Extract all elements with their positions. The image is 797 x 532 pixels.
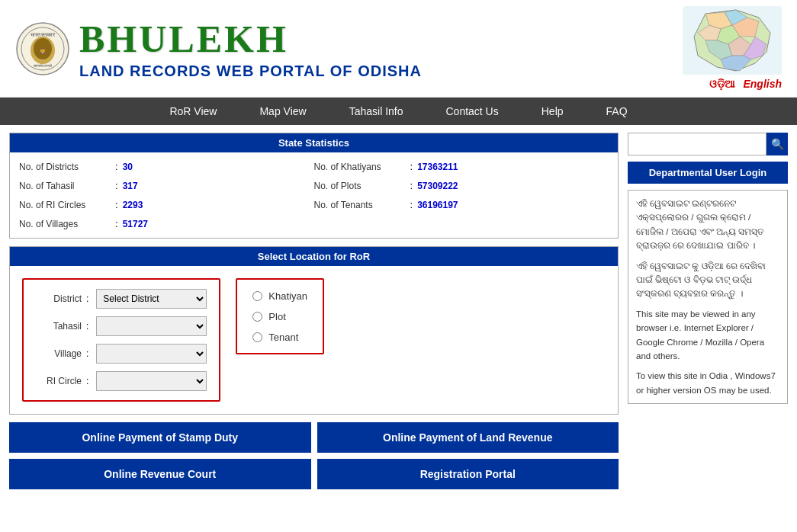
revenue-court-button[interactable]: Online Revenue Court <box>9 459 311 489</box>
emblem-icon: भारत सरकार 🦁 सत्यमेव जयते <box>15 21 70 76</box>
nav-help[interactable]: Help <box>520 98 585 125</box>
bottom-buttons-2: Online Revenue Court Registration Portal <box>9 459 619 489</box>
location-body: District : Select District Tahasil : <box>10 266 618 414</box>
tenant-radio-row: Tenant <box>252 332 307 343</box>
nav-contact-us[interactable]: Contact Us <box>424 98 519 125</box>
stamp-duty-button[interactable]: Online Payment of Stamp Duty <box>9 422 311 453</box>
registration-portal-button[interactable]: Registration Portal <box>317 459 619 489</box>
stat-khatiyans: No. of Khatiyans : 17363211 <box>314 159 609 175</box>
info-text-english-1: This site may be viewed in any browser i… <box>636 307 779 364</box>
stat-plots-value: 57309222 <box>417 181 458 191</box>
record-type-group: Khatiyan Plot Tenant <box>236 278 324 354</box>
ri-circle-row: RI Circle : <box>36 371 207 391</box>
tenant-label: Tenant <box>268 332 298 343</box>
stat-tahasil-value: 317 <box>123 181 138 191</box>
stat-tenants: No. of Tenants : 36196197 <box>314 197 609 213</box>
location-form: District : Select District Tahasil : <box>22 278 220 402</box>
stat-ri-circles: No. of RI Circles : 2293 <box>19 197 314 213</box>
stat-tahasil-label: No. of Tahasil <box>19 181 111 191</box>
stat-villages: No. of Villages : 51727 <box>19 216 314 232</box>
svg-text:🦁: 🦁 <box>39 47 47 55</box>
stats-body: No. of Districts : 30 No. of Khatiyans :… <box>10 152 618 238</box>
sidebar: 🔍 Departmental User Login ଏହି ୱେବସାଇଟ ଇଣ… <box>628 133 788 495</box>
tenant-radio[interactable] <box>252 332 262 342</box>
stat-tenants-value: 36196197 <box>417 200 458 210</box>
district-label: District <box>36 293 82 304</box>
stat-districts: No. of Districts : 30 <box>19 159 314 175</box>
svg-text:भारत सरकार: भारत सरकार <box>31 32 56 37</box>
nav-tahasil-info[interactable]: Tahasil Info <box>328 98 425 125</box>
village-row: Village : <box>36 344 207 364</box>
nav-faq[interactable]: FAQ <box>585 98 649 125</box>
stat-ri-circles-value: 2293 <box>123 200 143 210</box>
language-switcher[interactable]: ଓଡ଼ିଆ English <box>709 78 782 91</box>
plot-radio-row: Plot <box>252 311 307 322</box>
svg-text:सत्यमेव जयते: सत्यमेव जयते <box>33 63 52 68</box>
search-button[interactable]: 🔍 <box>766 133 788 155</box>
main-content: State Statistics No. of Districts : 30 N… <box>9 133 619 495</box>
land-revenue-button[interactable]: Online Payment of Land Revenue <box>317 422 619 453</box>
ri-circle-select[interactable] <box>96 371 207 391</box>
search-box: 🔍 <box>628 133 788 155</box>
stat-khatiyans-value: 17363211 <box>417 162 458 172</box>
village-label: Village <box>36 348 82 359</box>
bhulekh-title: BHULEKH <box>79 17 288 61</box>
stat-villages-value: 51727 <box>123 219 148 229</box>
stat-districts-value: 30 <box>123 162 133 172</box>
odia-lang-link[interactable]: ଓଡ଼ିଆ <box>709 78 735 91</box>
stat-tahasil: No. of Tahasil : 317 <box>19 178 314 194</box>
header-right: ଓଡ଼ିଆ English <box>683 6 782 91</box>
ri-circle-label: RI Circle <box>36 376 82 386</box>
stat-villages-label: No. of Villages <box>19 219 111 229</box>
location-section: Select Location for RoR District : Selec… <box>9 246 619 415</box>
info-box: ଏହି ୱେବସାଇଟ ଇଣ୍ଟରନେଟ ଏକ୍ସପ୍ଲୋରର / ଗୁଗଲ କ… <box>628 190 788 404</box>
search-input[interactable] <box>628 133 766 155</box>
main-layout: State Statistics No. of Districts : 30 N… <box>0 125 797 503</box>
info-text-english-2: To view this site in Odia , Windows7 or … <box>636 369 779 397</box>
tahasil-row: Tahasil : <box>36 316 207 336</box>
stat-khatiyans-label: No. of Khatiyans <box>314 162 406 172</box>
stat-districts-label: No. of Districts <box>19 162 111 172</box>
nav-ror-view[interactable]: RoR View <box>148 98 238 125</box>
district-row: District : Select District <box>36 289 207 309</box>
plot-radio[interactable] <box>252 312 262 322</box>
khatiyan-label: Khatiyan <box>268 290 307 302</box>
site-subtitle: LAND RECORDS WEB PORTAL OF ODISHA <box>79 62 422 80</box>
tahasil-label: Tahasil <box>36 321 82 332</box>
english-lang-link[interactable]: English <box>743 78 782 91</box>
search-icon: 🔍 <box>771 138 784 150</box>
village-select[interactable] <box>96 344 207 364</box>
info-text-odia-2: ଏହି ୱେବସାଇଟ କୁ ଓଡ଼ିଆ ରେ ଦେଖିବା ପାଇଁ ଭିଷ୍… <box>636 259 779 301</box>
dept-login-button[interactable]: Departmental User Login <box>628 162 788 184</box>
stat-tenants-label: No. of Tenants <box>314 200 406 210</box>
stat-plots: No. of Plots : 57309222 <box>314 178 609 194</box>
plot-label: Plot <box>268 311 285 322</box>
khatiyan-radio[interactable] <box>252 291 262 301</box>
tahasil-select[interactable] <box>96 316 207 336</box>
district-select[interactable]: Select District <box>96 289 207 309</box>
nav-map-view[interactable]: Map View <box>238 98 327 125</box>
khatiyan-radio-row: Khatiyan <box>252 290 307 302</box>
stat-plots-label: No. of Plots <box>314 181 406 191</box>
page-header: भारत सरकार 🦁 सत्यमेव जयते BHULEKH LAND R… <box>0 0 797 98</box>
info-text-odia-1: ଏହି ୱେବସାଇଟ ଇଣ୍ଟରନେଟ ଏକ୍ସପ୍ଲୋରର / ଗୁଗଲ କ… <box>636 197 779 253</box>
odisha-map-icon <box>683 6 782 75</box>
main-nav: RoR View Map View Tahasil Info Contact U… <box>0 98 797 125</box>
stats-section: State Statistics No. of Districts : 30 N… <box>9 133 619 239</box>
stats-header: State Statistics <box>10 133 618 152</box>
bottom-buttons: Online Payment of Stamp Duty Online Paym… <box>9 422 619 453</box>
site-title: BHULEKH LAND RECORDS WEB PORTAL OF ODISH… <box>79 17 422 80</box>
location-header: Select Location for RoR <box>10 247 618 266</box>
logo-section: भारत सरकार 🦁 सत्यमेव जयते BHULEKH LAND R… <box>15 17 422 80</box>
stat-ri-circles-label: No. of RI Circles <box>19 200 111 210</box>
